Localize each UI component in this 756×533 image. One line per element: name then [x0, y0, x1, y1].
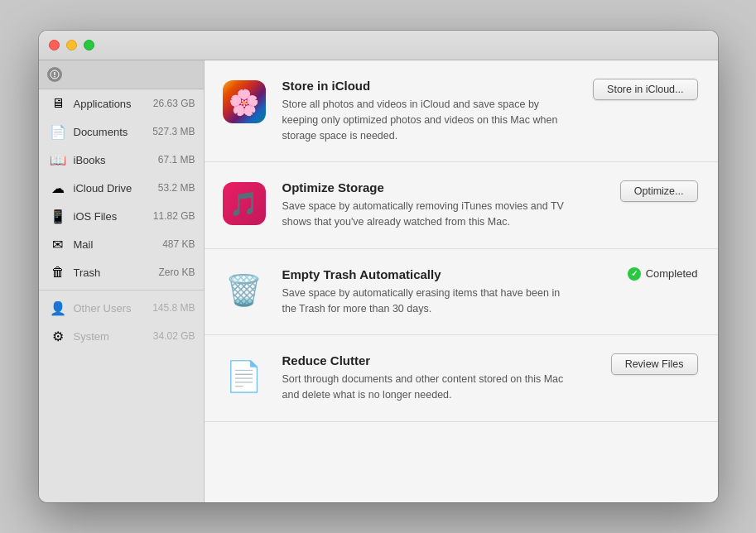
- applications-icon: 🖥: [49, 94, 67, 113]
- applications-label: Applications: [74, 98, 147, 110]
- sidebar-item-ibooks[interactable]: 📖 iBooks 67.1 MB: [39, 146, 204, 174]
- ios-files-icon: 📱: [49, 207, 67, 225]
- ibooks-label: iBooks: [74, 154, 152, 166]
- completed-status: Completed: [628, 267, 698, 281]
- card-optimize-storage-title: Optimize Storage: [282, 180, 575, 194]
- system-icon: ⚙: [49, 327, 67, 345]
- main-window: 🖥 Applications 26.63 GB 📄 Documents 527.…: [39, 31, 718, 502]
- system-label: System: [74, 330, 147, 343]
- card-optimize-storage: 🎵 Optimize Storage Save space by automat…: [205, 162, 718, 249]
- icloud-drive-icon: ☁: [49, 179, 67, 197]
- applications-size: 26.63 GB: [153, 98, 195, 109]
- card-reduce-clutter-desc: Sort through documents and other content…: [282, 372, 575, 403]
- card-reduce-clutter-body: Reduce Clutter Sort through documents an…: [282, 353, 575, 403]
- sidebar-item-trash[interactable]: 🗑 Trash Zero KB: [39, 258, 204, 286]
- card-store-in-icloud-action: Store in iCloud...: [590, 79, 698, 100]
- sidebar-item-other-users[interactable]: 👤 Other Users 145.8 MB: [39, 294, 204, 322]
- ios-files-label: iOS Files: [74, 210, 147, 223]
- completed-dot: [628, 267, 641, 281]
- trash-label: Trash: [74, 266, 152, 279]
- card-store-in-icloud-desc: Store all photos and videos in iCloud an…: [282, 97, 575, 143]
- card-empty-trash-status: Completed: [590, 267, 698, 281]
- mail-icon: ✉: [49, 235, 67, 253]
- close-button[interactable]: [49, 40, 60, 50]
- content-area: 🖥 Applications 26.63 GB 📄 Documents 527.…: [39, 60, 718, 502]
- sidebar-item-ios-files[interactable]: 📱 iOS Files 11.82 GB: [39, 202, 204, 230]
- photos-icon-inner: 🌸: [223, 80, 266, 123]
- card-optimize-storage-body: Optimize Storage Save space by automatic…: [282, 180, 575, 230]
- svg-rect-2: [54, 76, 55, 77]
- card-reduce-clutter: 📄 Reduce Clutter Sort through documents …: [205, 335, 718, 422]
- music-icon-inner: 🎵: [223, 182, 266, 225]
- traffic-lights: [49, 40, 94, 50]
- doc-icon: 📄: [221, 353, 267, 400]
- optimize-storage-button[interactable]: Optimize...: [620, 180, 698, 202]
- trash-icon-inner: 🗑️: [225, 273, 262, 308]
- recommendations-icon: [47, 67, 62, 82]
- sidebar-item-mail[interactable]: ✉ Mail 487 KB: [39, 230, 204, 258]
- recommendations-cards: 🌸 Store in iCloud Store all photos and v…: [205, 60, 718, 422]
- ibooks-icon: 📖: [49, 151, 67, 169]
- sidebar-item-system[interactable]: ⚙ System 34.02 GB: [39, 322, 204, 350]
- trash-icon: 🗑️: [221, 267, 267, 314]
- other-users-icon: 👤: [49, 299, 67, 317]
- card-store-in-icloud-title: Store in iCloud: [282, 79, 575, 93]
- documents-label: Documents: [74, 126, 147, 138]
- trash-size: Zero KB: [158, 266, 195, 278]
- icloud-drive-label: iCloud Drive: [74, 182, 152, 194]
- card-empty-trash: 🗑️ Empty Trash Automatically Save space …: [205, 249, 718, 336]
- sidebar-item-applications[interactable]: 🖥 Applications 26.63 GB: [39, 89, 204, 118]
- card-store-in-icloud-body: Store in iCloud Store all photos and vid…: [282, 79, 575, 143]
- titlebar: [39, 31, 718, 60]
- other-users-size: 145.8 MB: [152, 302, 195, 314]
- reduce-clutter-button[interactable]: Review Files: [611, 353, 698, 375]
- card-empty-trash-desc: Save space by automatically erasing item…: [282, 286, 575, 317]
- card-reduce-clutter-action: Review Files: [590, 353, 698, 375]
- photos-icon: 🌸: [221, 79, 267, 125]
- ibooks-size: 67.1 MB: [158, 154, 195, 166]
- card-reduce-clutter-title: Reduce Clutter: [282, 353, 575, 367]
- trash-icon: 🗑: [49, 263, 67, 281]
- sidebar-item-icloud-drive[interactable]: ☁ iCloud Drive 53.2 MB: [39, 174, 204, 202]
- card-empty-trash-title: Empty Trash Automatically: [282, 267, 575, 281]
- card-empty-trash-body: Empty Trash Automatically Save space by …: [282, 267, 575, 317]
- icloud-drive-size: 53.2 MB: [158, 182, 195, 194]
- system-size: 34.02 GB: [153, 330, 195, 342]
- mail-label: Mail: [74, 238, 156, 251]
- sidebar-item-documents[interactable]: 📄 Documents 527.3 MB: [39, 118, 204, 146]
- sidebar-items: 🖥 Applications 26.63 GB 📄 Documents 527.…: [39, 89, 204, 350]
- sidebar-recommendations-header: [39, 60, 204, 89]
- documents-icon: 📄: [49, 122, 67, 141]
- card-optimize-storage-desc: Save space by automatically removing iTu…: [282, 199, 575, 230]
- store-in-icloud-button[interactable]: Store in iCloud...: [593, 79, 697, 100]
- other-users-label: Other Users: [74, 302, 147, 315]
- maximize-button[interactable]: [84, 40, 94, 50]
- minimize-button[interactable]: [66, 40, 77, 50]
- ios-files-size: 11.82 GB: [153, 210, 195, 222]
- card-store-in-icloud: 🌸 Store in iCloud Store all photos and v…: [205, 60, 718, 162]
- sidebar: 🖥 Applications 26.63 GB 📄 Documents 527.…: [39, 60, 205, 502]
- main-panel: 🌸 Store in iCloud Store all photos and v…: [205, 60, 718, 502]
- svg-rect-1: [54, 72, 55, 75]
- documents-size: 527.3 MB: [152, 126, 195, 137]
- mail-size: 487 KB: [162, 238, 195, 250]
- card-optimize-storage-action: Optimize...: [590, 180, 698, 202]
- completed-label: Completed: [646, 267, 698, 280]
- doc-icon-inner: 📄: [225, 359, 262, 394]
- music-icon: 🎵: [221, 180, 267, 227]
